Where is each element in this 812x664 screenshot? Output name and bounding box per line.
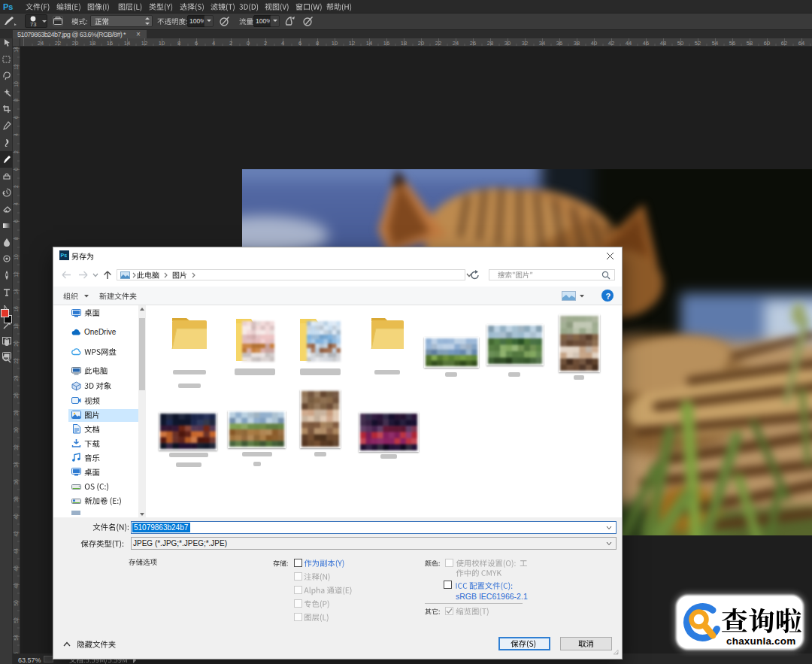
svg-text:8: 8 bbox=[177, 40, 180, 47]
svg-text:2: 2 bbox=[229, 40, 232, 47]
svg-text:16: 16 bbox=[107, 40, 113, 47]
svg-text:26: 26 bbox=[470, 40, 476, 47]
svg-text:48: 48 bbox=[660, 40, 666, 47]
svg-text:44: 44 bbox=[14, 548, 19, 554]
svg-text:28: 28 bbox=[487, 40, 493, 47]
svg-text:54: 54 bbox=[712, 40, 718, 47]
svg-text:24: 24 bbox=[38, 40, 44, 47]
svg-text:6: 6 bbox=[298, 40, 301, 47]
svg-text:18: 18 bbox=[89, 40, 95, 47]
svg-text:34: 34 bbox=[539, 40, 545, 47]
svg-text:32: 32 bbox=[14, 444, 19, 450]
svg-text:22: 22 bbox=[14, 358, 19, 364]
svg-text:6: 6 bbox=[14, 116, 19, 119]
svg-text:8: 8 bbox=[316, 40, 319, 47]
svg-text:38: 38 bbox=[14, 496, 19, 502]
svg-text:58: 58 bbox=[747, 40, 753, 47]
svg-text:54: 54 bbox=[14, 635, 19, 641]
svg-text:22: 22 bbox=[55, 40, 61, 47]
svg-text:42: 42 bbox=[14, 531, 19, 537]
svg-text:4: 4 bbox=[14, 202, 19, 205]
svg-text:30: 30 bbox=[504, 40, 511, 47]
svg-text:6: 6 bbox=[14, 220, 19, 223]
svg-text:64: 64 bbox=[798, 40, 804, 47]
svg-text:6: 6 bbox=[195, 40, 198, 47]
svg-text:42: 42 bbox=[608, 40, 614, 47]
svg-text:24: 24 bbox=[453, 40, 459, 47]
svg-text:44: 44 bbox=[626, 40, 632, 47]
svg-text:12: 12 bbox=[14, 64, 19, 70]
svg-text:14: 14 bbox=[124, 40, 130, 47]
svg-text:50: 50 bbox=[14, 600, 19, 606]
svg-text:8: 8 bbox=[14, 99, 19, 102]
svg-text:38: 38 bbox=[574, 40, 580, 47]
svg-text:30: 30 bbox=[14, 427, 19, 433]
svg-text:8: 8 bbox=[14, 237, 19, 240]
svg-text:56: 56 bbox=[729, 40, 735, 47]
svg-text:20: 20 bbox=[72, 40, 78, 47]
svg-text:40: 40 bbox=[14, 514, 19, 520]
svg-text:16: 16 bbox=[383, 40, 389, 47]
svg-text:16: 16 bbox=[14, 306, 19, 312]
svg-text:14: 14 bbox=[14, 289, 19, 295]
svg-text:0: 0 bbox=[14, 168, 19, 171]
svg-text:10: 10 bbox=[14, 81, 19, 87]
svg-text:18: 18 bbox=[401, 40, 407, 47]
svg-text:0: 0 bbox=[247, 40, 250, 47]
svg-text:24: 24 bbox=[14, 375, 19, 381]
svg-text:4: 4 bbox=[14, 133, 19, 136]
svg-text:62: 62 bbox=[781, 40, 787, 47]
svg-text:12: 12 bbox=[14, 271, 19, 277]
svg-text:10: 10 bbox=[332, 40, 338, 47]
svg-text:10: 10 bbox=[14, 254, 19, 260]
svg-text:60: 60 bbox=[764, 40, 770, 47]
svg-text:20: 20 bbox=[418, 40, 424, 47]
svg-text:2: 2 bbox=[264, 40, 267, 47]
svg-text:14: 14 bbox=[14, 47, 19, 53]
svg-text:4: 4 bbox=[281, 40, 284, 47]
svg-text:36: 36 bbox=[14, 479, 19, 485]
svg-text:50: 50 bbox=[677, 40, 683, 47]
svg-text:2: 2 bbox=[14, 150, 19, 153]
svg-text:12: 12 bbox=[349, 40, 355, 47]
svg-text:48: 48 bbox=[14, 583, 19, 589]
svg-text:14: 14 bbox=[366, 40, 372, 47]
svg-text:12: 12 bbox=[141, 40, 147, 47]
svg-text:20: 20 bbox=[14, 341, 19, 347]
svg-text:4: 4 bbox=[212, 40, 215, 47]
svg-text:10: 10 bbox=[159, 40, 165, 47]
svg-text:32: 32 bbox=[522, 40, 528, 47]
svg-text:52: 52 bbox=[695, 40, 701, 47]
svg-text:26: 26 bbox=[14, 393, 19, 399]
svg-text:34: 34 bbox=[14, 462, 19, 468]
svg-text:28: 28 bbox=[14, 410, 19, 416]
svg-text:22: 22 bbox=[435, 40, 441, 47]
svg-text:36: 36 bbox=[556, 40, 562, 47]
svg-text:46: 46 bbox=[643, 40, 649, 47]
svg-text:18: 18 bbox=[14, 323, 19, 329]
svg-text:52: 52 bbox=[14, 617, 19, 623]
svg-text:40: 40 bbox=[591, 40, 597, 47]
svg-text:2: 2 bbox=[14, 185, 19, 188]
svg-text:46: 46 bbox=[14, 565, 19, 572]
